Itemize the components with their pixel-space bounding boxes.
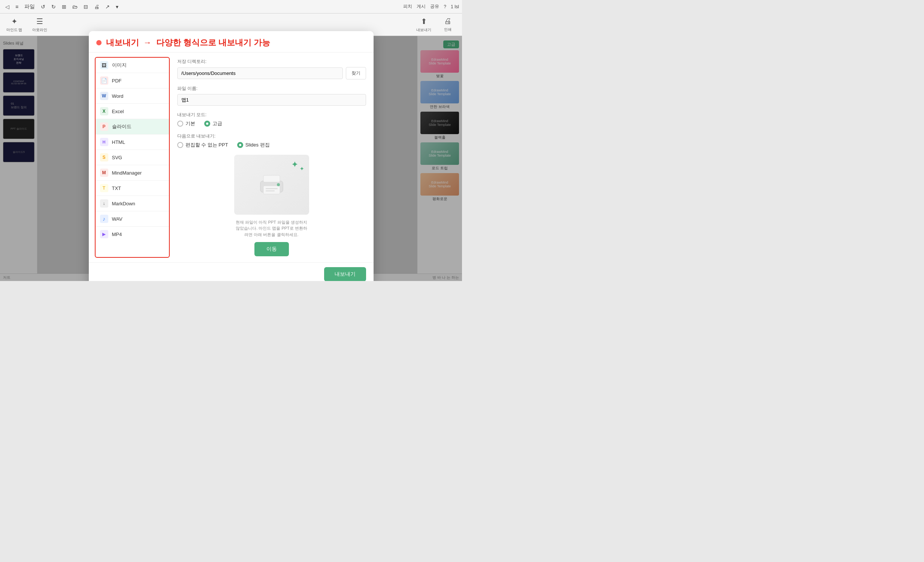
outline-button[interactable]: ☰ 아웃라인 xyxy=(32,17,48,33)
html-icon: H xyxy=(100,138,108,146)
file-button[interactable]: 파일 xyxy=(22,2,37,12)
open-button[interactable]: 🗁 xyxy=(70,2,80,11)
export-ppt-label: 편집할 수 없는 PPT xyxy=(186,142,228,148)
filename-group: 파일 이름: xyxy=(177,85,366,106)
mindmap-label: 마인드 맵 xyxy=(6,27,22,33)
format-list: 🖼 이미지 📄 PDF W Word X Excel xyxy=(95,57,170,258)
export-ppt-radio xyxy=(177,142,183,148)
txt-label: TXT xyxy=(112,186,122,191)
format-mindmanager[interactable]: M MindManager xyxy=(96,165,169,181)
svg-point-5 xyxy=(277,183,280,186)
word-icon: W xyxy=(100,92,108,100)
modal-body: 🖼 이미지 📄 PDF W Word X Excel xyxy=(89,52,374,262)
format-slide[interactable]: P 슬라이드 xyxy=(96,119,169,135)
export-icon-button[interactable]: ⬆ 내보내기 xyxy=(416,17,432,33)
share-toolbar-button[interactable]: ↗ xyxy=(103,2,112,11)
export-to-group: 다음으로 내보내기: 편집할 수 없는 PPT Slides 편집 xyxy=(177,133,366,148)
txt-icon: T xyxy=(100,184,108,192)
preview-image: ✦ ✦ xyxy=(234,155,309,215)
modal-close-button[interactable] xyxy=(96,40,102,45)
mode-radio-group: 기본 고급 xyxy=(177,120,366,127)
save-button[interactable]: ⊟ xyxy=(81,2,90,11)
collab-label: 공유 xyxy=(430,3,439,10)
markdown-label: MarkDown xyxy=(112,201,135,207)
directory-group: 저장 디렉토리: 찾기 xyxy=(177,58,366,79)
svg-label: SVG xyxy=(112,155,122,160)
dir-row: 찾기 xyxy=(177,67,366,79)
mode-group: 내보내기 모드: 기본 고급 xyxy=(177,112,366,127)
mindmap-button[interactable]: ✦ 마인드 맵 xyxy=(6,17,22,33)
mode-basic-label: 기본 xyxy=(186,120,195,127)
format-mp4[interactable]: ▶ MP4 xyxy=(96,227,169,242)
export-ppt-option[interactable]: 편집할 수 없는 PPT xyxy=(177,142,228,148)
dropdown-button[interactable]: ▾ xyxy=(114,2,121,11)
svg-rect-3 xyxy=(266,188,278,189)
filename-input[interactable] xyxy=(177,94,366,106)
print-toolbar-button[interactable]: 🖨 xyxy=(92,2,102,11)
mode-advanced-option[interactable]: 고급 xyxy=(204,120,222,127)
print-icon-button[interactable]: 🖨 인쇄 xyxy=(440,17,456,33)
mindmap-icon: ✦ xyxy=(11,17,18,26)
format-excel[interactable]: X Excel xyxy=(96,104,169,119)
export-label: 내보내기 xyxy=(416,27,431,33)
format-markdown[interactable]: ↓ MarkDown xyxy=(96,196,169,211)
format-html[interactable]: H HTML xyxy=(96,135,169,150)
mp4-icon: ▶ xyxy=(100,230,108,238)
wav-label: WAV xyxy=(112,216,123,222)
dir-label: 저장 디렉토리: xyxy=(177,58,366,65)
modal-overlay: 내보내기 → 다양한 형식으로 내보내기 가능 🖼 이미지 📄 PDF xyxy=(0,36,462,281)
help-label: ? xyxy=(444,4,446,9)
modal-title: 내보내기 xyxy=(106,37,139,48)
mindmanager-icon: M xyxy=(100,169,108,177)
move-button[interactable]: 이동 xyxy=(254,242,289,256)
publish-label: 게시 xyxy=(417,3,426,10)
markdown-icon: ↓ xyxy=(100,199,108,208)
excel-label: Excel xyxy=(112,109,124,114)
sparkle-1-icon: ✦ xyxy=(291,160,298,169)
add-button[interactable]: ⊞ xyxy=(60,2,69,11)
window-controls: 1 Isl xyxy=(451,4,459,9)
export-slides-label: Slides 편집 xyxy=(245,142,270,148)
pitch-label: 피치 xyxy=(403,3,412,10)
browse-button[interactable]: 찾기 xyxy=(346,67,366,79)
format-txt[interactable]: T TXT xyxy=(96,181,169,196)
export-slides-option[interactable]: Slides 편집 xyxy=(237,142,270,148)
format-wav[interactable]: ♪ WAV xyxy=(96,211,169,227)
pdf-label: PDF xyxy=(112,78,122,84)
dir-input[interactable] xyxy=(177,67,343,79)
outline-icon: ☰ xyxy=(36,17,43,26)
modal-form: 저장 디렉토리: 찾기 파일 이름: xyxy=(170,52,374,149)
format-pdf[interactable]: 📄 PDF xyxy=(96,73,169,88)
undo-button[interactable]: ↺ xyxy=(39,2,48,11)
redo-button[interactable]: ↻ xyxy=(49,2,58,11)
mode-basic-radio xyxy=(177,121,183,127)
format-svg[interactable]: S SVG xyxy=(96,150,169,165)
modal-footer: 내보내기 xyxy=(89,262,374,281)
pdf-icon: 📄 xyxy=(100,76,108,85)
export-modal: 내보내기 → 다양한 형식으로 내보내기 가능 🖼 이미지 📄 PDF xyxy=(89,31,374,281)
format-image[interactable]: 🖼 이미지 xyxy=(96,58,169,73)
svg-rect-1 xyxy=(263,175,280,182)
svg-rect-4 xyxy=(266,190,274,192)
image-icon: 🖼 xyxy=(100,61,108,69)
svg-rect-2 xyxy=(263,186,280,194)
export-to-label: 다음으로 내보내기: xyxy=(177,133,366,139)
html-label: HTML xyxy=(112,139,125,145)
format-word[interactable]: W Word xyxy=(96,88,169,104)
mode-label: 내보내기 모드: xyxy=(177,112,366,118)
mp4-label: MP4 xyxy=(112,232,122,237)
modal-subtitle: 다양한 형식으로 내보내기 가능 xyxy=(156,37,270,48)
export-icon: ⬆ xyxy=(421,17,427,26)
mode-basic-option[interactable]: 기본 xyxy=(177,120,195,127)
mode-advanced-label: 고급 xyxy=(213,120,222,127)
outline-label: 아웃라인 xyxy=(32,27,47,33)
export-confirm-button[interactable]: 내보내기 xyxy=(324,267,366,281)
modal-right-content: 저장 디렉토리: 찾기 파일 이름: xyxy=(170,52,374,262)
back-button[interactable]: ◁ xyxy=(3,2,12,11)
svg-icon: S xyxy=(100,153,108,162)
menu-button[interactable]: ≡ xyxy=(13,2,21,11)
mindmanager-label: MindManager xyxy=(112,170,142,176)
modal-arrow-icon: → xyxy=(144,38,152,48)
top-toolbar: ◁ ≡ 파일 ↺ ↻ ⊞ 🗁 ⊟ 🖨 ↗ ▾ 피치 게시 공유 ? 1 Isl xyxy=(0,0,462,13)
modal-preview: ✦ ✦ 현재 파일이 아직 PPT 파일을 생성하지 않았습니다. 마인드 맵을… xyxy=(170,149,374,263)
